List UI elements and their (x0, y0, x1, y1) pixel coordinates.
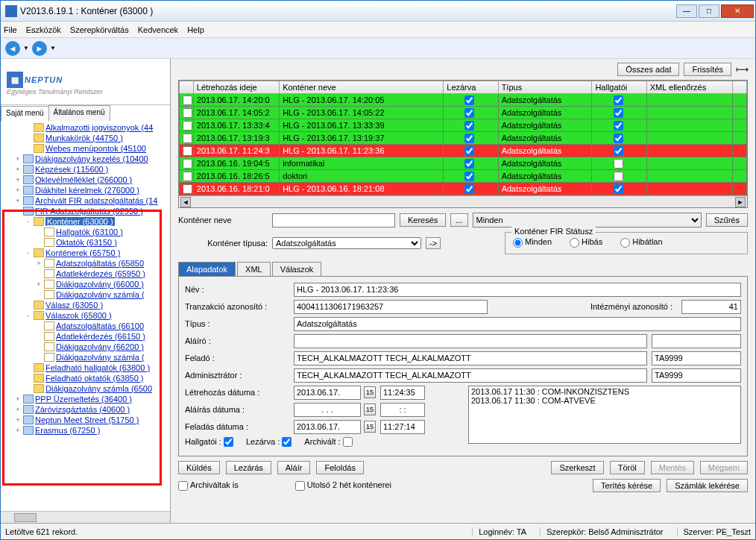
menu-tools[interactable]: Eszközök (26, 25, 61, 34)
tree-node[interactable]: Diákigazolvány számla ( (1, 289, 170, 300)
menu-favorites[interactable]: Kedvencek (138, 25, 178, 34)
grid-header[interactable]: Konténer neve (280, 81, 444, 94)
signer-field[interactable] (294, 334, 647, 348)
admin-code-field[interactable] (652, 368, 741, 383)
send-date-field[interactable] (294, 420, 361, 434)
tree-node[interactable]: +Diákigazolvány (66000 ) (1, 279, 170, 289)
student-checkbox[interactable] (224, 437, 233, 447)
create-time-field[interactable] (380, 386, 425, 400)
search-scope-select[interactable]: Minden (473, 213, 702, 227)
tree-node[interactable]: +PPP Üzemeltetés (36400 ) (1, 394, 170, 404)
calendar-icon[interactable]: 15 (364, 386, 376, 398)
tree-node[interactable]: -Válaszok (65800 ) (1, 310, 170, 321)
tree-node[interactable]: +Diákigazolvány kezelés (10400 (1, 154, 170, 164)
grid-row[interactable]: 2013.06.17. 13:19:3HLG - 2013.06.17. 13:… (180, 132, 747, 145)
locked-checkbox[interactable] (282, 437, 292, 447)
grid-header[interactable]: Létrehozás ideje (193, 81, 279, 94)
admin-field[interactable] (294, 368, 647, 383)
lock-button[interactable]: Lezárás (226, 461, 271, 474)
menu-help[interactable]: Help (187, 25, 204, 34)
close-button[interactable]: ✕ (721, 4, 754, 18)
grid-row[interactable]: 2013.06.16. 19:04:5informatikaiAdatszolg… (180, 157, 747, 170)
name-field[interactable] (294, 283, 741, 297)
search-ellipsis-button[interactable]: ... (450, 213, 467, 227)
sign-date-field[interactable] (294, 403, 361, 417)
grid-row[interactable]: 2013.06.17. 11:24:3HLG - 2013.06.17. 11:… (180, 145, 747, 157)
nav-forward-icon[interactable]: ► (32, 41, 47, 56)
grid-header[interactable]: Hallgatói (592, 81, 646, 94)
apply-type-button[interactable]: -> (426, 237, 441, 249)
cancel-button[interactable]: Mégsem (700, 461, 748, 474)
grid-header[interactable]: Lezárva (444, 81, 498, 94)
grid-horizontal-scrollbar[interactable]: ◄► (179, 195, 747, 207)
tree-node[interactable]: +Archivált FIR adatszolgáltatás (14 (1, 195, 170, 206)
tree-node[interactable]: Adatszolgáltatás (66100 (1, 321, 170, 331)
tree-horizontal-scrollbar[interactable] (1, 511, 170, 523)
tree-node[interactable]: +Erasmus (67250 ) (1, 425, 170, 436)
log-textarea[interactable] (468, 386, 741, 444)
container-type-select[interactable]: Adatszolgáltatás (272, 237, 421, 249)
create-date-field[interactable] (294, 386, 361, 400)
grid-header[interactable]: XML ellenőrzés (646, 81, 732, 94)
tree-node[interactable]: +Diákhitel kérelmek (276000 ) (1, 185, 170, 195)
tree-node[interactable]: Diákigazolvány számla (6500 (1, 383, 170, 394)
tree-node[interactable]: +Képzések (115600 ) (1, 164, 170, 175)
tree-node[interactable]: Diákigazolvány (66200 ) (1, 342, 170, 352)
tree-node[interactable]: Hallgatók (63100 ) (1, 227, 170, 237)
save-button[interactable]: Mentés (651, 461, 694, 474)
grid-row[interactable]: 2013.06.17. 14:20:0HLG - 2013.06.17. 14:… (180, 94, 747, 107)
tab-xml[interactable]: XML (237, 262, 271, 276)
all-data-button[interactable]: Összes adat (617, 63, 679, 76)
unlock-button[interactable]: Feloldás (316, 461, 364, 474)
tree-node[interactable]: Oktatók (63150 ) (1, 237, 170, 248)
delete-button[interactable]: Töröl (610, 461, 645, 474)
sign-time-field[interactable] (380, 403, 425, 417)
grid-row[interactable]: 2013.06.17. 14:05:2HLG - 2013.06.17. 14:… (180, 107, 747, 119)
request-distribution-button[interactable]: Terítés kérése (593, 479, 661, 492)
grid-header[interactable] (733, 81, 747, 94)
filter-button[interactable]: Szűrés (706, 213, 748, 227)
grid-row[interactable]: 2013.06.16. 18:26:5doktoriAdatszolgáltat… (180, 170, 747, 183)
radio-ok[interactable]: Hibátlan (620, 237, 662, 248)
edit-button[interactable]: Szerkeszt (551, 461, 603, 474)
navigation-tree[interactable]: Alkalmazotti jogviszonyok (44Munkakörök … (1, 121, 170, 511)
archived-checkbox[interactable] (343, 437, 353, 447)
maximize-button[interactable]: □ (699, 4, 719, 18)
search-button[interactable]: Keresés (400, 213, 446, 227)
grid-header[interactable] (180, 81, 194, 94)
tab-general-menu[interactable]: Általános menü (48, 105, 110, 121)
tree-node[interactable]: Feladható hallgatók (63800 ) (1, 362, 170, 373)
menu-rolechange[interactable]: Szerepkörváltás (70, 25, 129, 34)
tree-node[interactable]: -FIR Adatszolgáltatás (62950 ) (1, 206, 170, 216)
tree-node[interactable]: Adatlekérdezés (65950 ) (1, 269, 170, 279)
tree-node[interactable]: +Záróvizsgáztatás (40600 ) (1, 404, 170, 415)
minimize-button[interactable]: — (676, 4, 697, 18)
container-grid[interactable]: Létrehozás idejeKonténer neveLezárvaTípu… (178, 80, 748, 208)
tab-own-menu[interactable]: Saját menü (1, 106, 49, 122)
calendar-icon[interactable]: 15 (364, 404, 376, 415)
tab-responses[interactable]: Válaszok (272, 262, 322, 276)
tree-node[interactable]: Feladható oktatók (63850 ) (1, 373, 170, 383)
tree-node[interactable]: +Oklevélmélléklet (266000 ) (1, 175, 170, 185)
type-field[interactable] (294, 317, 741, 331)
sender-code-field[interactable] (652, 351, 741, 365)
tree-node[interactable]: -Konténer (63000 ) (1, 216, 170, 227)
tree-node[interactable]: Diákigazolvány számla ( (1, 352, 170, 362)
tree-node[interactable]: Válasz (63050 ) (1, 300, 170, 310)
sign-button[interactable]: Aláír (277, 461, 311, 474)
nav-back-icon[interactable]: ◄ (5, 41, 20, 56)
tree-node[interactable]: Adatlekérdezés (66150 ) (1, 331, 170, 342)
radio-error[interactable]: Hibás (570, 237, 602, 248)
request-invoices-button[interactable]: Számlák lekérése (667, 479, 748, 492)
tree-node[interactable]: Alkalmazotti jogviszonyok (44 (1, 122, 170, 133)
tree-node[interactable]: Webes menüpontok (45100 (1, 143, 170, 154)
signer-code-field[interactable] (652, 334, 741, 348)
radio-all[interactable]: Minden (513, 237, 552, 248)
grid-row[interactable]: 2013.06.16. 18:21:0HLG - 2013.06.16. 18:… (180, 183, 747, 195)
tree-node[interactable]: +Adatszolgáltatás (65850 (1, 258, 170, 269)
refresh-button[interactable]: Frissítés (684, 63, 731, 76)
tab-basedata[interactable]: Alapadatok (178, 262, 236, 276)
institution-field[interactable] (681, 300, 741, 314)
archived-also-checkbox[interactable]: Archiváltak is (178, 480, 239, 491)
tree-node[interactable]: Munkakörök (44750 ) (1, 133, 170, 143)
